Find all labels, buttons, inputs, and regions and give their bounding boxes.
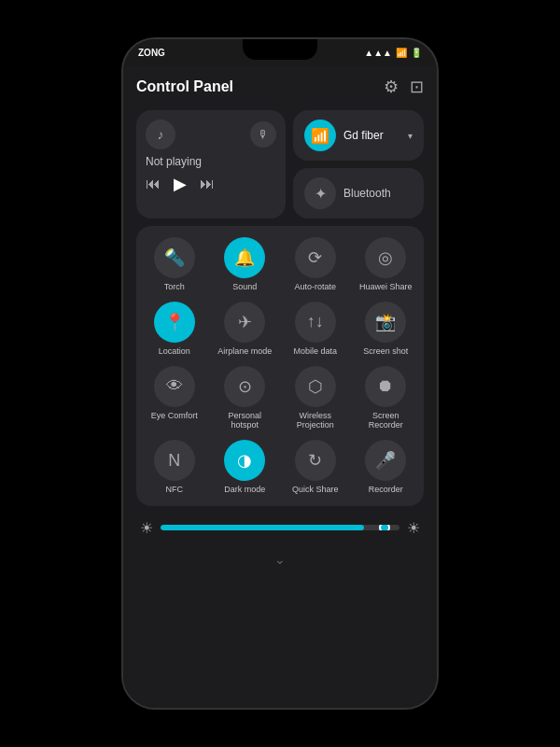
tile-recorder[interactable]: 🎤Recorder [356,440,417,495]
auto-rotate-label: Auto-rotate [294,282,336,292]
screenshot-icon: 📸 [365,302,406,343]
panel-title: Control Panel [136,78,233,95]
tile-hotspot[interactable]: ⊙Personal hotspot [215,366,276,431]
bluetooth-card[interactable]: ✦ Bluetooth [293,168,424,218]
tile-dark-mode[interactable]: ◑Dark mode [215,440,276,495]
wireless-projection-icon: ⬡ [295,366,336,407]
settings-icon[interactable]: ⚙ [384,77,399,97]
brightness-fill [161,525,364,530]
brightness-high-icon: ☀ [407,519,420,537]
location-label: Location [159,346,190,357]
next-button[interactable]: ⏭ [200,176,215,192]
tile-quick-share[interactable]: ↻Quick Share [285,440,346,495]
music-icon: ♪ [146,120,175,149]
chevron-down-icon: ⌄ [274,552,286,567]
quick-share-icon: ↻ [295,440,336,481]
edit-icon[interactable]: ⊡ [410,77,424,97]
torch-label: Torch [164,282,185,292]
tile-huawei-share[interactable]: ◎Huawei Share [356,237,417,292]
bluetooth-icon: ✦ [304,177,336,209]
tile-eye-comfort[interactable]: 👁Eye Comfort [144,366,205,431]
media-card: ♪ 🎙 Not playing ⏮ ▶ ⏭ [136,110,286,218]
not-playing-label: Not playing [146,155,276,168]
torch-icon: 🔦 [154,237,195,278]
nfc-icon: N [154,440,195,481]
mobile-data-label: Mobile data [293,346,337,357]
tile-location[interactable]: 📍Location [144,302,205,357]
wifi-icon: 📶 [304,120,336,151]
screen-recorder-icon: ⏺ [365,366,406,407]
auto-rotate-icon: ⟳ [295,237,336,278]
recorder-icon: 🎤 [365,440,406,481]
media-top: ♪ 🎙 [146,120,276,149]
top-section: ♪ 🎙 Not playing ⏮ ▶ ⏭ 📶 Gd fiber ▾ ✦ [136,110,424,218]
quick-tiles-grid: 🔦Torch🔔Sound⟳Auto-rotate◎Huawei Share📍Lo… [136,226,424,506]
screenshot-label: Screen shot [363,346,408,357]
signal-icon: ▲▲▲ [364,48,392,58]
nfc-label: NFC [166,485,184,495]
eye-comfort-icon: 👁 [154,366,195,407]
brightness-low-icon: ☀ [140,519,153,537]
recorder-label: Recorder [369,485,403,495]
huawei-share-icon: ◎ [365,237,406,278]
sound-label: Sound [232,282,257,292]
mobile-data-icon: ↑↓ [295,302,336,343]
bluetooth-label: Bluetooth [343,187,391,200]
brightness-bar: ☀ ☀ [136,515,424,541]
wireless-projection-label: Wireless Projection [285,411,346,431]
prev-button[interactable]: ⏮ [146,176,161,192]
quick-share-label: Quick Share [292,485,339,495]
wifi-card[interactable]: 📶 Gd fiber ▾ [293,110,424,161]
collapse-handle[interactable]: ⌄ [136,548,424,571]
screen-recorder-label: Screen Recorder [356,411,417,431]
tile-airplane[interactable]: ✈Airplane mode [215,302,276,357]
brightness-track[interactable] [161,525,399,530]
carrier-label: ZONG [138,48,165,58]
right-section: 📶 Gd fiber ▾ ✦ Bluetooth [293,110,424,218]
tile-wireless-projection[interactable]: ⬡Wireless Projection [285,366,346,431]
tile-mobile-data[interactable]: ↑↓Mobile data [285,302,346,357]
notch [243,39,317,60]
hotspot-icon: ⊙ [224,366,265,407]
header-actions: ⚙ ⊡ [384,77,424,97]
location-icon: 📍 [154,302,195,343]
tile-sound[interactable]: 🔔Sound [215,237,276,292]
eye-comfort-label: Eye Comfort [151,411,198,421]
control-panel: Control Panel ⚙ ⊡ ♪ 🎙 Not playing ⏮ ▶ ⏭ [123,65,437,708]
voice-icon: 🎙 [250,121,276,148]
phone-frame: ZONG ▲▲▲ 📶 🔋 Control Panel ⚙ ⊡ ♪ 🎙 Not p… [121,37,439,710]
airplane-icon: ✈ [224,302,265,343]
dark-mode-label: Dark mode [224,485,265,495]
media-controls: ⏮ ▶ ⏭ [146,174,276,194]
status-icons: ▲▲▲ 📶 🔋 [364,48,422,58]
tile-torch[interactable]: 🔦Torch [144,237,205,292]
tile-nfc[interactable]: NNFC [144,440,205,495]
huawei-share-label: Huawei Share [359,282,413,292]
wifi-name: Gd fiber [343,129,400,142]
play-button[interactable]: ▶ [174,174,187,194]
panel-header: Control Panel ⚙ ⊡ [136,75,424,103]
airplane-label: Airplane mode [217,346,272,357]
wifi-chevron-icon: ▾ [408,131,413,141]
sound-icon: 🔔 [224,237,265,278]
tile-auto-rotate[interactable]: ⟳Auto-rotate [285,237,346,292]
tile-screen-recorder[interactable]: ⏺Screen Recorder [356,366,417,431]
dark-mode-icon: ◑ [224,440,265,481]
wifi-status-icon: 📶 [396,48,407,58]
hotspot-label: Personal hotspot [215,411,276,431]
battery-icon: 🔋 [411,48,422,58]
tile-screenshot[interactable]: 📸Screen shot [356,302,417,357]
brightness-thumb [379,525,390,530]
